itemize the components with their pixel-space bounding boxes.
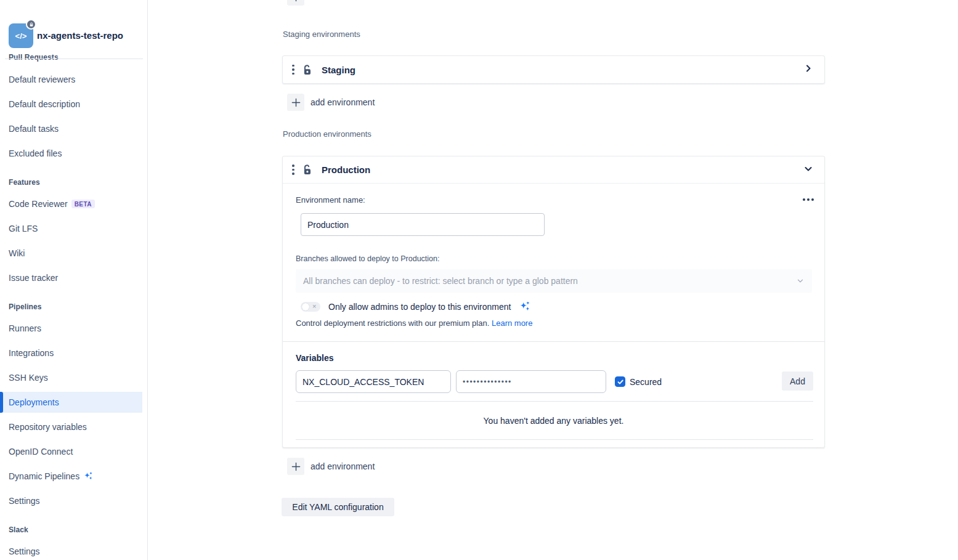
sidebar-item-slack-settings[interactable]: Settings xyxy=(9,546,40,556)
environment-name-label: Environment name: xyxy=(296,195,365,205)
add-variable-button[interactable]: Add xyxy=(782,371,813,391)
sidebar-item-excluded-files[interactable]: Excluded files xyxy=(9,148,62,158)
section-header-pull-requests: Pull Requests xyxy=(9,53,59,62)
lock-badge-icon xyxy=(26,19,36,30)
sidebar-item-repository-variables[interactable]: Repository variables xyxy=(9,422,87,432)
environment-name-input[interactable] xyxy=(301,213,545,236)
dropdown-placeholder: All branches can deploy - to restrict: s… xyxy=(303,276,578,286)
variable-value-input[interactable] xyxy=(456,370,606,393)
staging-environments-label: Staging environments xyxy=(283,30,360,39)
section-header-features: Features xyxy=(9,178,40,187)
environment-title: Staging xyxy=(322,65,355,75)
divider xyxy=(296,439,813,440)
variable-name-input[interactable] xyxy=(296,370,451,393)
plus-icon xyxy=(287,458,304,475)
add-environment-label: add environment xyxy=(311,461,375,471)
sidebar-item-label: Dynamic Pipelines xyxy=(9,471,79,481)
unlock-icon xyxy=(301,64,313,76)
sidebar-item-issue-tracker[interactable]: Issue tracker xyxy=(9,273,58,283)
repo-avatar: </> xyxy=(9,23,33,48)
production-card-header[interactable]: Production xyxy=(283,156,824,184)
learn-more-link[interactable]: Learn more xyxy=(492,319,532,328)
premium-plan-text: Control deployment restrictions with our… xyxy=(296,319,489,328)
secured-label: Secured xyxy=(630,377,662,387)
unlock-icon xyxy=(301,164,313,176)
add-environment-button-top[interactable]: add environment xyxy=(287,0,375,6)
sidebar-item-git-lfs[interactable]: Git LFS xyxy=(9,224,38,233)
section-header-pipelines: Pipelines xyxy=(9,302,42,311)
sidebar-item-default-description[interactable]: Default description xyxy=(9,99,80,109)
sidebar-item-wiki[interactable]: Wiki xyxy=(9,248,25,258)
variables-heading: Variables xyxy=(296,353,334,363)
sparkle-icon xyxy=(519,301,530,312)
add-environment-label: add environment xyxy=(311,97,375,107)
sidebar-item-dynamic-pipelines[interactable]: Dynamic Pipelines xyxy=(9,471,93,481)
production-environment-card: Production Environment name: Branches al… xyxy=(282,156,825,448)
sidebar-item-runners[interactable]: Runners xyxy=(9,323,41,333)
sidebar-item-deployments[interactable]: Deployments xyxy=(9,397,59,407)
sidebar-item-ssh-keys[interactable]: SSH Keys xyxy=(9,373,48,383)
divider xyxy=(283,341,824,342)
divider xyxy=(5,59,143,59)
plus-icon xyxy=(287,94,304,111)
repo-title: nx-agents-test-repo xyxy=(37,30,123,41)
environment-title: Production xyxy=(322,164,370,175)
sparkle-icon xyxy=(83,471,93,481)
admins-only-label: Only allow admins to deploy to this envi… xyxy=(328,302,511,312)
edit-yaml-configuration-button[interactable]: Edit YAML configuration xyxy=(282,498,394,516)
sidebar-item-integrations[interactable]: Integrations xyxy=(9,348,54,358)
admins-only-toggle[interactable]: × xyxy=(301,302,320,312)
secured-checkbox[interactable] xyxy=(615,376,625,387)
code-icon: </> xyxy=(15,31,27,41)
branches-allowed-label: Branches allowed to deploy to Production… xyxy=(296,254,439,263)
drag-handle-icon[interactable] xyxy=(289,164,298,175)
sidebar-item-label: Code Reviewer xyxy=(9,199,68,209)
staging-environment-card[interactable]: Staging xyxy=(282,55,825,84)
chevron-down-icon xyxy=(796,277,805,285)
sidebar-item-openid-connect[interactable]: OpenID Connect xyxy=(9,447,73,457)
sidebar-item-code-reviewer[interactable]: Code Reviewer BETA xyxy=(9,199,95,209)
plus-icon xyxy=(287,0,304,6)
branch-restriction-dropdown[interactable]: All branches can deploy - to restrict: s… xyxy=(296,269,812,293)
variables-empty-state: You haven't added any variables yet. xyxy=(283,416,824,426)
add-environment-button-production[interactable]: add environment xyxy=(287,458,375,475)
more-options-icon[interactable] xyxy=(803,198,814,201)
divider xyxy=(296,401,813,402)
beta-badge: BETA xyxy=(71,200,95,208)
add-environment-button-staging[interactable]: add environment xyxy=(287,94,375,111)
section-header-slack: Slack xyxy=(9,526,28,534)
deployments-settings-page: add environment Staging environments Sta… xyxy=(0,0,958,560)
sidebar: </> nx-agents-test-repo Pull Requests De… xyxy=(0,0,148,560)
chevron-right-icon xyxy=(803,63,813,76)
sidebar-item-default-tasks[interactable]: Default tasks xyxy=(9,124,59,134)
check-icon xyxy=(617,378,624,386)
production-environments-label: Production environments xyxy=(283,129,371,139)
sidebar-item-default-reviewers[interactable]: Default reviewers xyxy=(9,75,75,84)
sidebar-item-pipelines-settings[interactable]: Settings xyxy=(9,496,40,506)
selected-item-indicator xyxy=(0,392,3,413)
chevron-down-icon xyxy=(803,164,813,176)
add-environment-label: add environment xyxy=(311,0,375,2)
drag-handle-icon[interactable] xyxy=(289,65,298,75)
